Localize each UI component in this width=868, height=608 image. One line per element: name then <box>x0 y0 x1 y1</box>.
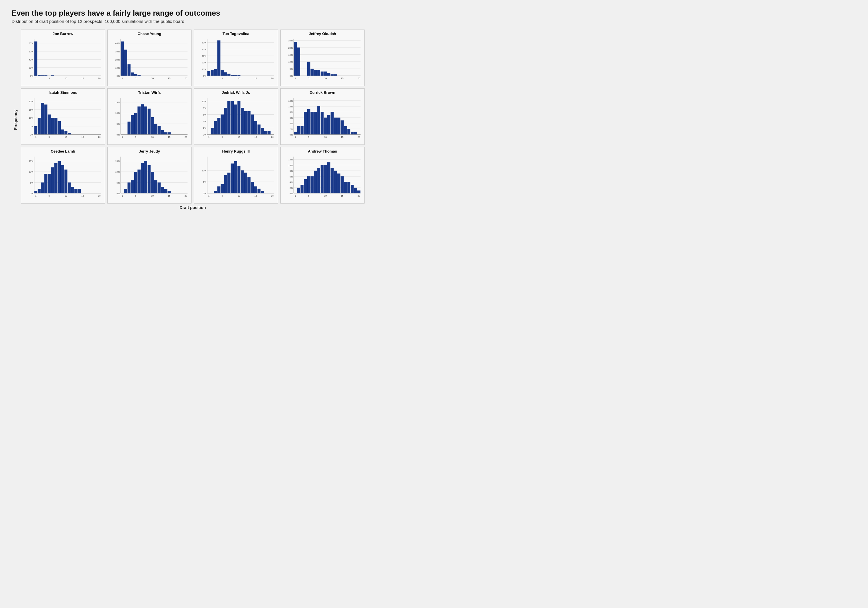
bar <box>134 113 138 135</box>
svg-text:5: 5 <box>135 77 136 79</box>
svg-text:5: 5 <box>135 194 136 197</box>
svg-text:10: 10 <box>151 194 153 197</box>
bar <box>317 70 320 76</box>
svg-text:15: 15 <box>168 194 170 197</box>
svg-text:15: 15 <box>254 136 257 138</box>
chart-cell: Tua Tagovailoa50%40%30%20%10%0%15101520 <box>194 30 278 86</box>
bar <box>34 41 37 76</box>
bar <box>247 177 251 193</box>
chart-histogram-area: 15%10%5%0%15101520 <box>23 155 102 201</box>
bar <box>337 118 341 135</box>
bar <box>341 176 344 193</box>
bar <box>68 182 71 193</box>
bar <box>261 128 264 135</box>
svg-text:10%: 10% <box>115 67 120 69</box>
svg-text:1: 1 <box>35 136 36 138</box>
histogram-svg: 15%10%5%0%15101520 <box>110 96 189 142</box>
bar <box>48 174 51 193</box>
svg-text:40%: 40% <box>29 59 34 61</box>
bar <box>34 191 37 193</box>
bar <box>211 128 214 135</box>
svg-text:80%: 80% <box>29 42 34 45</box>
bar <box>221 70 224 76</box>
svg-text:15: 15 <box>341 77 343 79</box>
bar <box>128 121 131 135</box>
sub-title: Distribution of draft position of top 12… <box>12 19 364 24</box>
svg-text:15%: 15% <box>115 101 120 104</box>
bar <box>48 114 51 134</box>
svg-text:30%: 30% <box>115 50 120 53</box>
bar <box>324 165 327 193</box>
svg-text:10: 10 <box>324 136 327 138</box>
svg-text:20%: 20% <box>29 67 34 69</box>
histogram-svg: 50%40%30%20%10%0%15101520 <box>197 37 276 83</box>
svg-text:10: 10 <box>237 194 240 197</box>
chart-player-name: Jerry Jeudy <box>110 149 189 154</box>
chart-player-name: Derrick Brown <box>283 90 362 95</box>
bar <box>247 111 251 135</box>
svg-text:10%: 10% <box>29 171 34 173</box>
histogram-svg: 25%20%15%10%5%0%15101520 <box>283 37 362 83</box>
histogram-svg: 20%15%10%5%0%15101520 <box>23 96 102 142</box>
svg-text:15%: 15% <box>29 109 34 111</box>
svg-text:10: 10 <box>237 136 240 138</box>
bar <box>167 191 171 193</box>
bar <box>51 118 54 135</box>
bar <box>161 187 164 193</box>
bar <box>217 118 220 135</box>
svg-text:10%: 10% <box>288 106 293 108</box>
svg-text:5: 5 <box>222 194 223 197</box>
bar <box>131 115 134 135</box>
histogram-svg: 10%5%0%15101520 <box>197 155 276 201</box>
bar <box>231 101 234 134</box>
svg-text:10: 10 <box>151 136 153 138</box>
svg-text:15: 15 <box>168 136 170 138</box>
bar <box>251 114 254 134</box>
bar <box>324 72 327 76</box>
chart-cell: Tristan Wirfs15%10%5%0%15101520 <box>107 88 192 145</box>
svg-text:5%: 5% <box>203 181 206 183</box>
svg-text:5%: 5% <box>116 182 120 184</box>
svg-text:10%: 10% <box>202 68 206 71</box>
bar <box>251 182 254 193</box>
bar <box>134 74 138 76</box>
svg-text:20: 20 <box>184 77 187 79</box>
bar <box>331 112 334 135</box>
bar <box>347 129 350 135</box>
chart-cell: Isaiah Simmons20%15%10%5%0%15101520 <box>21 88 105 145</box>
bar <box>214 191 217 193</box>
svg-text:1: 1 <box>122 77 123 79</box>
svg-text:20: 20 <box>358 194 360 197</box>
bar <box>301 126 304 134</box>
bar <box>297 188 300 193</box>
svg-text:2%: 2% <box>290 187 293 189</box>
svg-text:1: 1 <box>295 194 296 197</box>
svg-text:20%: 20% <box>288 47 293 49</box>
x-axis-label: Draft position <box>21 205 364 210</box>
svg-text:5: 5 <box>308 194 310 197</box>
bar <box>158 182 161 193</box>
bar <box>351 132 354 135</box>
bar <box>134 172 138 193</box>
bar <box>310 112 314 135</box>
svg-text:0%: 0% <box>116 192 120 195</box>
bar <box>317 106 320 135</box>
svg-text:5%: 5% <box>30 125 33 128</box>
bar <box>327 162 330 193</box>
bar <box>331 168 334 193</box>
svg-text:5%: 5% <box>116 123 120 125</box>
chart-cell: Ceedee Lamb15%10%5%0%15101520 <box>21 147 105 204</box>
bar <box>304 179 307 193</box>
bar <box>124 189 127 193</box>
chart-cell: Jerry Jeudy15%10%5%0%15101520 <box>107 147 192 204</box>
svg-text:20: 20 <box>184 136 187 138</box>
bar <box>71 187 74 193</box>
svg-text:12%: 12% <box>288 159 293 161</box>
histogram-svg: 40%30%20%10%0%15101520 <box>110 37 189 83</box>
svg-text:15%: 15% <box>115 160 120 162</box>
bar <box>138 107 141 135</box>
svg-text:15: 15 <box>341 136 343 138</box>
bar <box>151 117 154 135</box>
svg-text:6%: 6% <box>203 114 206 116</box>
svg-text:1: 1 <box>208 136 209 138</box>
